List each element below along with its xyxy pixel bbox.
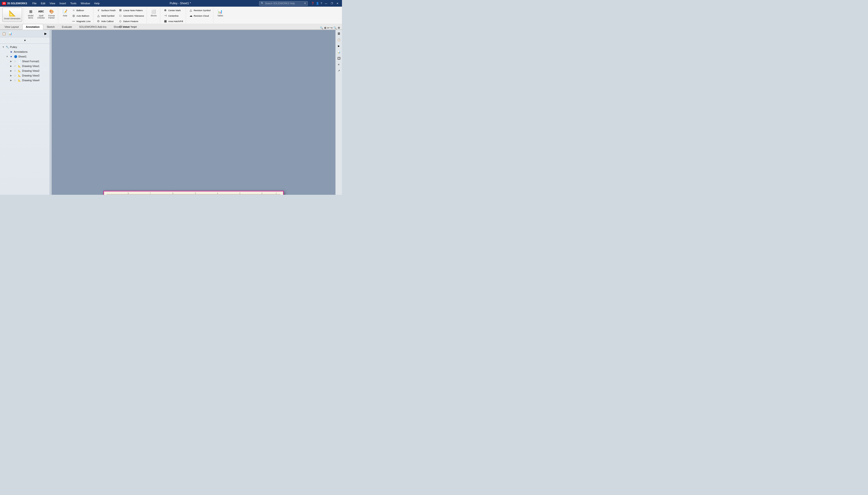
tree-item-drawing-view3[interactable]: ▶ □ 📐 Drawing View3 bbox=[7, 73, 50, 78]
tables-button[interactable]: 📊 Tables bbox=[215, 7, 225, 18]
tab-annotation[interactable]: Annotation bbox=[22, 24, 43, 30]
sidebar-filter-icon[interactable]: ▾ bbox=[1, 38, 48, 43]
model-items-button[interactable]: ⊞ ModelItems bbox=[25, 7, 36, 20]
weld-symbol-button[interactable]: △ Weld Symbol bbox=[95, 13, 117, 18]
note-label: Note bbox=[63, 15, 67, 17]
centerline-label: Centerline bbox=[168, 15, 178, 17]
svg-text:4: 4 bbox=[217, 192, 218, 194]
quickaccess-layers-icon[interactable]: ⊞ bbox=[324, 27, 326, 30]
svg-text:3: 3 bbox=[239, 192, 240, 194]
search-dropdown-icon[interactable]: ▼ bbox=[304, 2, 306, 4]
datum-feature-label: Datum Feature bbox=[123, 20, 138, 22]
sidebar-tree: ▼ 🔧 Pulley ▣ Annotations ▼ ■ 🔵 Sheet1 bbox=[0, 44, 50, 195]
magnetic-line-label: Magnetic Line bbox=[76, 20, 90, 22]
user-icon[interactable]: 👤 bbox=[316, 2, 319, 5]
restore-button[interactable]: ❐ bbox=[329, 1, 334, 5]
quickaccess-redo-icon[interactable]: ↪ bbox=[330, 27, 332, 30]
format-painter-button[interactable]: 🎨 FormatPainter bbox=[47, 7, 56, 20]
right-panel-btn4[interactable]: 📊 bbox=[336, 49, 342, 55]
surface-finish-button[interactable]: √ Surface Finish bbox=[95, 7, 117, 13]
drawing-sheet[interactable]: 8 7 6 5 4 3 2 1 8 7 6 5 4 3 2 1 F E bbox=[103, 191, 284, 195]
tree-label-pulley: Pulley bbox=[10, 46, 17, 49]
geometric-tolerance-button[interactable]: □ Geometric Tolerance bbox=[117, 13, 145, 18]
tree-icon-drawing-view3: 📐 bbox=[18, 74, 21, 78]
sidebar-tree-icon[interactable]: 📋 bbox=[1, 31, 7, 36]
centerline-icon: ⊣ bbox=[163, 14, 167, 18]
view-palette-btn[interactable]: 🖼 bbox=[336, 31, 342, 36]
datum-feature-button[interactable]: ◇ Datum Feature bbox=[117, 18, 145, 24]
magnetic-line-button[interactable]: — Magnetic Line bbox=[71, 18, 92, 24]
help-icon[interactable]: ❓ bbox=[311, 2, 314, 5]
question-btn[interactable]: ? bbox=[320, 2, 322, 5]
tree-item-annotations[interactable]: ▣ Annotations bbox=[4, 49, 50, 54]
blocks-group: ⬜ Blocks bbox=[147, 7, 160, 23]
quickaccess-rotate-icon[interactable]: ↩ bbox=[327, 27, 329, 30]
datum-feature-icon: ◇ bbox=[119, 19, 122, 23]
revision-cloud-button[interactable]: ☁ Revision Cloud bbox=[188, 13, 212, 18]
quickaccess-zoom-icon[interactable]: 🔍 bbox=[333, 27, 337, 30]
ribbon-tabs: View Layout Annotation Sketch Evaluate S… bbox=[0, 24, 342, 30]
menu-view[interactable]: View bbox=[48, 1, 57, 5]
svg-text:2: 2 bbox=[261, 192, 262, 194]
canvas-area[interactable]: 8 7 6 5 4 3 2 1 8 7 6 5 4 3 2 1 F E bbox=[52, 30, 335, 195]
sidebar-properties-icon[interactable]: 📊 bbox=[7, 31, 13, 36]
tree-item-pulley[interactable]: ▼ 🔧 Pulley bbox=[0, 45, 50, 49]
menu-help[interactable]: Help bbox=[92, 1, 102, 5]
menu-tools[interactable]: Tools bbox=[68, 1, 79, 5]
tree-item-drawing-view1[interactable]: ▶ □ 📐 Drawing View1 bbox=[7, 64, 50, 68]
tree-item-sheet1[interactable]: ▼ ■ 🔵 Sheet1 bbox=[4, 54, 50, 59]
sidebar-collapse-handle[interactable]: ◀ bbox=[50, 30, 52, 195]
area-hatch-button[interactable]: ▦ Area Hatch/Fill bbox=[162, 18, 184, 24]
right-panel-btn2[interactable]: 📋 bbox=[336, 37, 342, 42]
spell-checker-button[interactable]: ABC SpellChecker bbox=[36, 7, 46, 20]
right-panel-btn5[interactable]: 🔲 bbox=[336, 55, 342, 61]
revision-symbol-button[interactable]: △ Revision Symbol bbox=[188, 7, 212, 13]
tree-icon-sheet-format1: 📄 bbox=[18, 59, 21, 63]
right-panel-btn6[interactable]: ≡ bbox=[336, 62, 342, 67]
tab-view-layout[interactable]: View Layout bbox=[1, 24, 22, 30]
window-title: Pulley - Sheet1 * bbox=[103, 2, 258, 5]
menu-insert[interactable]: Insert bbox=[58, 1, 68, 5]
area-hatch-label: Area Hatch/Fill bbox=[168, 20, 183, 22]
search-bar[interactable]: 🔍 ▼ bbox=[259, 1, 308, 6]
window-controls: — ❐ ✕ bbox=[324, 1, 340, 5]
quickaccess-settings-icon[interactable]: ⚙ bbox=[338, 27, 340, 30]
geometric-tolerance-icon: □ bbox=[119, 14, 122, 18]
smart-dimension-button[interactable]: 📐 Smart Dimension bbox=[2, 7, 22, 22]
linear-note-pattern-button[interactable]: ⊞ Linear Note Pattern bbox=[117, 7, 145, 13]
menu-window[interactable]: Window bbox=[79, 1, 92, 5]
tab-sketch[interactable]: Sketch bbox=[43, 24, 58, 30]
right-panel: 🖼 📋 ▶ 📊 🔲 ≡ ↗ bbox=[335, 30, 342, 195]
centerline-button[interactable]: ⊣ Centerline bbox=[162, 13, 184, 18]
sidebar: 📋 📊 ▶ ▾ ▼ 🔧 Pulley ▣ Annotations bbox=[0, 30, 50, 195]
tab-solidworks-addins[interactable]: SOLIDWORKS Add-Ins bbox=[75, 24, 110, 30]
model-items-label: ModelItems bbox=[28, 15, 33, 19]
note-icon: 📝 bbox=[62, 8, 68, 14]
blocks-button[interactable]: ⬜ Blocks bbox=[149, 7, 159, 18]
balloon-button[interactable]: ○ Balloon bbox=[71, 7, 92, 13]
auto-balloon-button[interactable]: ◎ Auto Balloon bbox=[71, 13, 92, 18]
menu-file[interactable]: File bbox=[30, 1, 38, 5]
hole-callout-button[interactable]: ⊙ Hole Callout bbox=[95, 18, 117, 24]
weld-symbol-icon: △ bbox=[97, 14, 100, 18]
right-panel-btn7[interactable]: ↗ bbox=[336, 68, 342, 73]
sidebar-expand-icon[interactable]: ▶ bbox=[43, 31, 48, 36]
close-button[interactable]: ✕ bbox=[335, 1, 340, 5]
minimize-button[interactable]: — bbox=[324, 1, 329, 5]
center-mark-label: Center Mark bbox=[168, 9, 180, 12]
tab-evaluate[interactable]: Evaluate bbox=[58, 24, 75, 30]
menu-edit[interactable]: Edit bbox=[39, 1, 47, 5]
tree-item-sheet-format1[interactable]: ▶ □ 📄 Sheet Format1 bbox=[7, 59, 50, 64]
tree-item-drawing-view2[interactable]: ▶ □ 📐 Drawing View2 bbox=[7, 68, 50, 73]
tree-item-drawing-view4[interactable]: ▶ □ 📐 Drawing View4 bbox=[7, 78, 50, 83]
center-mark-button[interactable]: ⊕ Center Mark bbox=[162, 7, 184, 13]
tab-sheet-format[interactable]: Sheet Format bbox=[110, 24, 133, 30]
svg-text:5: 5 bbox=[195, 192, 196, 194]
quickaccess-search-icon[interactable]: 🔍 bbox=[320, 27, 323, 30]
search-input[interactable] bbox=[265, 2, 303, 5]
linear-note-label: Linear Note Pattern bbox=[123, 9, 143, 12]
right-panel-btn3[interactable]: ▶ bbox=[336, 43, 342, 49]
note-group: 📝 Note ○ Balloon ◎ Auto Balloon — Magnet… bbox=[59, 7, 93, 23]
auto-balloon-icon: ◎ bbox=[72, 14, 75, 18]
note-button[interactable]: 📝 Note bbox=[60, 7, 70, 18]
